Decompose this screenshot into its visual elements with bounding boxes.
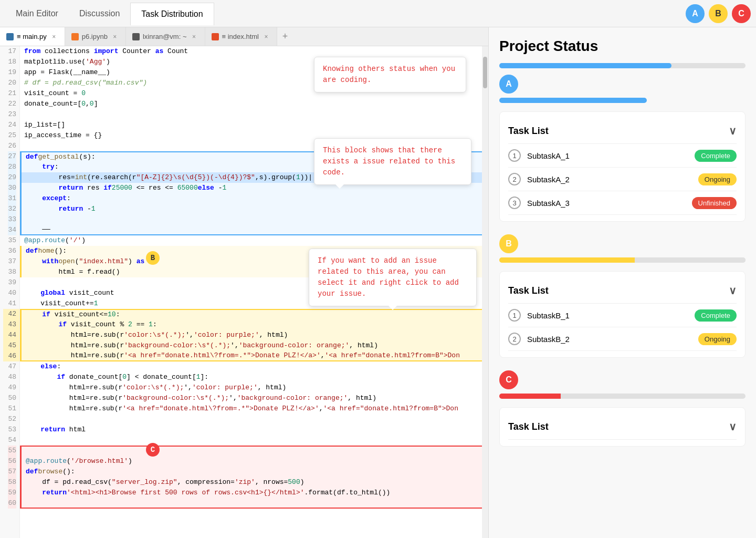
task-num-a1: 1: [508, 149, 521, 162]
code-line-60: [20, 498, 482, 509]
status-badge-a1: Complete: [695, 150, 737, 162]
progress-fill-c: [499, 394, 561, 399]
main-layout: ≡ main.py × p6.ipynb × lxinran@vm: ~ × ≡…: [0, 27, 756, 538]
code-line-33: [20, 214, 482, 225]
tooltip-block-issue: This block shows that there exists a iss…: [314, 138, 471, 185]
user-avatar-c: C: [499, 370, 518, 389]
ln-40: 40: [8, 288, 16, 298]
ln-50: 50: [8, 393, 16, 404]
ln-52: 52: [8, 414, 16, 425]
ln-42: 42: [3, 309, 19, 319]
progress-bar-a-container: [499, 63, 746, 68]
task-name-a2: SubtaskA_2: [527, 175, 698, 184]
tooltip-knowing-status: Knowing others status when you are codin…: [314, 57, 466, 92]
code-line-44: html=re.sub(r'color:\s*(.*);','color: pu…: [20, 330, 482, 340]
code-line-31: except:: [20, 193, 482, 204]
user-avatar-b: B: [499, 234, 518, 253]
html-icon: [212, 33, 219, 40]
ln-39: 39: [8, 277, 16, 288]
code-line-22: donate_count=[0,0]: [20, 99, 482, 109]
code-line-50: html=re.sub(r'background-color:\s*(.*);'…: [20, 393, 482, 404]
task-list-b-header[interactable]: Task List ∨: [508, 278, 737, 304]
ln-31: 31: [8, 193, 16, 204]
file-tab-p6-ipynb[interactable]: p6.ipynb ×: [65, 27, 126, 46]
task-list-a-header[interactable]: Task List ∨: [508, 118, 737, 144]
task-list-c: Task List ∨: [499, 407, 746, 447]
code-line-49: html=re.sub(r'color:\s*(.*);','color: pu…: [20, 382, 482, 393]
code-line-52: [20, 414, 482, 425]
code-line-59: return '<html><h1>Browse first 500 rows …: [20, 488, 482, 498]
ln-59: 59: [8, 488, 16, 498]
ln-23: 23: [8, 109, 16, 120]
ln-30: 30: [8, 183, 16, 193]
code-line-24: ip_list=[]: [20, 120, 482, 130]
close-tab-terminal[interactable]: ×: [190, 33, 198, 41]
ln-56: 56: [8, 456, 16, 467]
ln-28: 28: [8, 162, 16, 172]
avatar-c[interactable]: C: [732, 4, 751, 23]
close-tab-html[interactable]: ×: [262, 33, 270, 41]
file-tab-label: lxinran@vm: ~: [143, 33, 187, 40]
code-line-32: return -1: [20, 204, 482, 214]
task-list-c-label: Task List: [508, 421, 549, 432]
marker-c: C: [146, 443, 160, 457]
user-avatar-b-row: B: [499, 234, 746, 253]
file-tab-index-html[interactable]: ≡ index.html ×: [205, 27, 277, 46]
task-item-a2: 2 SubtaskA_2 Ongoing: [508, 168, 737, 191]
file-tab-terminal[interactable]: lxinran@vm: ~ ×: [126, 27, 205, 46]
ln-58: 58: [8, 477, 16, 488]
tab-discussion[interactable]: Discussion: [69, 3, 130, 25]
code-line-48: if donate_count[0] < donate_count[1]:: [20, 372, 482, 382]
vertical-scrollbar[interactable]: [482, 46, 488, 538]
ln-41: 41: [8, 298, 16, 309]
progress-bar-a: [499, 63, 671, 68]
file-tabs: ≡ main.py × p6.ipynb × lxinran@vm: ~ × ≡…: [0, 27, 488, 46]
ln-37: 37: [8, 256, 16, 267]
ln-57: 57: [8, 467, 16, 477]
code-line-57: def browse():: [20, 467, 482, 477]
task-item-a1: 1 SubtaskA_1 Complete: [508, 144, 737, 168]
task-name-a3: SubtaskA_3: [527, 199, 692, 208]
task-list-c-header[interactable]: Task List ∨: [508, 414, 737, 440]
scrollbar-thumb[interactable]: [483, 57, 487, 88]
code-line-47: else:: [20, 361, 482, 372]
tooltip-add-issue: If you want to add an issue related to t…: [309, 249, 477, 306]
ln-47: 47: [8, 361, 16, 372]
code-area: 17 18 19 20 21 22 23 24 25 26 27 28 29 3…: [0, 46, 488, 538]
ln-60: 60: [8, 498, 16, 509]
status-badge-b2: Ongoing: [698, 333, 737, 345]
ln-54: 54: [8, 435, 16, 446]
add-tab-button[interactable]: +: [277, 31, 293, 42]
task-item-a3: 3 SubtaskA_3 Unfinished: [508, 191, 737, 215]
code-line-34: ——: [20, 225, 482, 235]
ln-51: 51: [8, 404, 16, 414]
chevron-b: ∨: [729, 284, 737, 297]
progress-fill-b: [499, 257, 635, 263]
close-tab-main-py[interactable]: ×: [50, 33, 58, 41]
task-num-a2: 2: [508, 173, 521, 185]
code-content[interactable]: from collections import Counter as Count…: [20, 46, 482, 538]
user-avatar-a: A: [499, 75, 518, 94]
code-line-43: if visit_count % 2 == 1:: [20, 319, 482, 330]
ln-46: 46: [3, 351, 19, 361]
avatar-b[interactable]: B: [709, 4, 728, 23]
ipynb-icon: [71, 33, 79, 40]
tab-task-distribution[interactable]: Task Distribution: [130, 3, 214, 25]
code-line-35: @app.route('/'): [20, 235, 482, 246]
ln-32: 32: [8, 204, 16, 214]
status-badge-a2: Ongoing: [698, 173, 737, 185]
ln-38: 38: [8, 267, 16, 277]
task-name-a1: SubtaskA_1: [527, 151, 695, 160]
tab-main-editor[interactable]: Main Editor: [5, 3, 69, 25]
ln-45: 45: [3, 340, 19, 351]
avatar-a[interactable]: A: [686, 4, 705, 23]
close-tab-p6[interactable]: ×: [111, 33, 119, 41]
code-line-55: [20, 446, 482, 456]
file-tab-label: ≡ main.py: [17, 33, 47, 40]
task-item-b1: 1 SubtaskB_1 Complete: [508, 304, 737, 327]
ln-20: 20: [8, 78, 16, 88]
py-icon: [6, 33, 14, 40]
file-tab-main-py[interactable]: ≡ main.py ×: [0, 27, 65, 46]
right-panel: Project Status A Task List ∨ 1 SubtaskA_…: [488, 27, 756, 538]
ln-18: 18: [8, 57, 16, 67]
